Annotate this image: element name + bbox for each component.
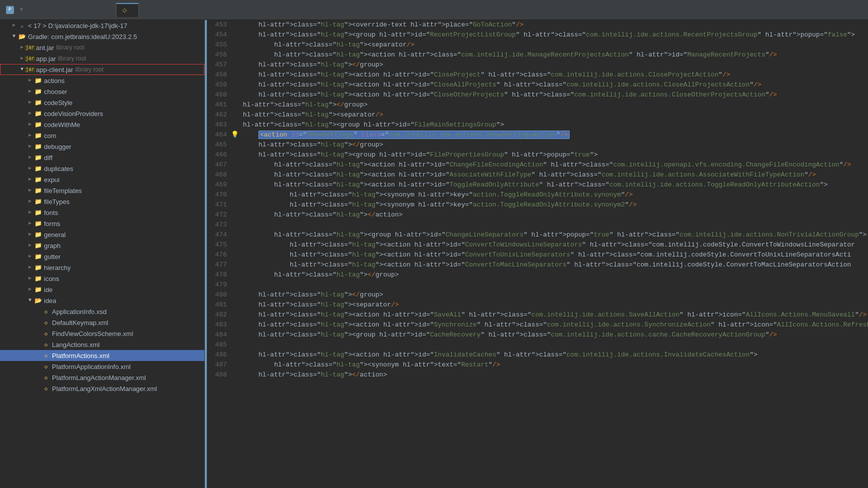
tree-item-com[interactable]: ▶📁com — [0, 130, 204, 141]
tree-item-gutter[interactable]: ▶📁gutter — [0, 251, 204, 262]
line-number-478: 478 — [209, 270, 227, 280]
code-line-488: hl-attr">class="hl-tag"></action> — [243, 370, 868, 380]
tree-item-chooser[interactable]: ▶📁chooser — [0, 86, 204, 97]
tree-label: idea — [44, 297, 56, 304]
tree-arrow[interactable]: ▶ — [26, 252, 34, 260]
tree-arrow[interactable]: ▶ — [10, 22, 18, 30]
tree-label: fileTemplates — [44, 187, 82, 194]
tree-arrow[interactable]: ▶ — [26, 198, 34, 206]
tree-arrow[interactable]: ▶ — [26, 242, 34, 250]
editor-content[interactable]: 4534544554564574584594604614624634644654… — [207, 20, 868, 488]
tree-item-actions[interactable]: ▶📁actions — [0, 75, 204, 86]
tree-label: general — [44, 231, 65, 238]
tree-arrow[interactable]: ▶ — [26, 230, 34, 238]
tree-item-PlatformLangXmlActionManager[interactable]: ◇PlatformLangXmlActionManager.xml — [0, 383, 204, 394]
tree-item-DefaultKeymap[interactable]: ◇DefaultKeymap.xml — [0, 317, 204, 328]
tree-item-PlatformApplicationInfo[interactable]: ◇PlatformApplicationInfo.xml — [0, 361, 204, 372]
line-number-475: 475 — [209, 240, 227, 250]
code-line-484: hl-attr">class="hl-tag"><group hl-attr">… — [243, 330, 868, 340]
tree-icon-xml: ◇ — [42, 384, 50, 392]
line-number-459: 459 — [209, 80, 227, 90]
tree-arrow[interactable]: ▶ — [26, 98, 34, 106]
tree-item-LangActions[interactable]: ◇LangActions.xml — [0, 339, 204, 350]
tree-icon-folder: 📁 — [34, 198, 42, 206]
code-line-463: hl-attr">class="hl-tag"><group hl-attr">… — [243, 120, 868, 130]
tree-item-ide[interactable]: ▶📁ide — [0, 284, 204, 295]
tree-arrow[interactable]: ▶ — [26, 274, 34, 282]
tree-item-duplicates[interactable]: ▶📁duplicates — [0, 163, 204, 174]
tree-item-gradle[interactable]: ▼📂Gradle: com.jetbrains:idealU:2023.2.5 — [0, 31, 204, 42]
tree-arrow[interactable]: ▶ — [26, 186, 34, 194]
tree-item-debugger[interactable]: ▶📁debugger — [0, 141, 204, 152]
tree-item-fileTypes[interactable]: ▶📁fileTypes — [0, 196, 204, 207]
code-line-476: hl-attr">class="hl-tag"><action hl-attr"… — [243, 250, 868, 260]
tree-arrow[interactable]: ▶ — [26, 220, 34, 228]
tree-arrow[interactable]: ▶ — [26, 154, 34, 162]
tree-item-graph[interactable]: ▶📁graph — [0, 240, 204, 251]
tree-arrow[interactable]: ▶ — [26, 120, 34, 128]
tree-label: fonts — [44, 209, 58, 216]
tree-item-app-jar[interactable]: ▶jarapp.jarlibrary root — [0, 53, 204, 64]
tree-arrow[interactable]: ▶ — [26, 208, 34, 216]
tree-label: LangActions.xml — [52, 341, 99, 348]
tree-arrow[interactable]: ▶ — [26, 76, 34, 84]
code-line-456: hl-attr">class="hl-tag"><action hl-attr"… — [243, 50, 868, 60]
tree-item-fileTemplates[interactable]: ▶📁fileTemplates — [0, 185, 204, 196]
tree-item-PlatformLangActionManager[interactable]: ◇PlatformLangActionManager.xml — [0, 372, 204, 383]
line-number-458: 458 — [209, 70, 227, 80]
line-number-464: 464 — [209, 130, 227, 140]
tree-arrow[interactable]: ▶ — [26, 132, 34, 140]
tree-arrow[interactable]: ▼ — [10, 32, 18, 40]
tree-item-forms[interactable]: ▶📁forms — [0, 218, 204, 229]
tree-arrow[interactable]: ▼ — [26, 296, 34, 304]
tree-arrow[interactable]: ▶ — [26, 88, 34, 96]
tree-icon-folder: 📁 — [34, 286, 42, 294]
code-area[interactable]: hl-attr">class="hl-tag"><override-text h… — [239, 20, 868, 488]
tree-label: duplicates — [44, 165, 73, 172]
code-line-459: hl-attr">class="hl-tag"><action hl-attr"… — [243, 80, 868, 90]
tree-arrow[interactable]: ▶ — [26, 286, 34, 294]
project-tree[interactable]: ▶☕< 17 > D:\java\oracle-jdk-17\jdk-17▼📂G… — [0, 20, 205, 488]
tree-item-diff[interactable]: ▶📁diff — [0, 152, 204, 163]
tree-item-app-client-jar[interactable]: ▼jarapp-client.jarlibrary root — [0, 64, 204, 75]
tree-item-general[interactable]: ▶📁general — [0, 229, 204, 240]
tree-item-icons[interactable]: ▶📁icons — [0, 273, 204, 284]
tree-label: ApplicationInfo.xsd — [52, 308, 106, 316]
tree-icon-folder: 📁 — [34, 230, 42, 238]
line-number-483: 483 — [209, 320, 227, 330]
tree-arrow[interactable]: ▶ — [26, 110, 34, 118]
title-bar: P ▼ ◇ — [0, 0, 868, 20]
tree-icon-jar: jar — [26, 54, 34, 62]
editor-pane: 4534544554564574584594604614624634644654… — [207, 20, 868, 488]
tree-arrow[interactable]: ▶ — [26, 176, 34, 184]
gutter-marker-line464: 💡 — [231, 130, 239, 140]
tree-arrow[interactable]: ▶ — [26, 142, 34, 150]
tree-label: graph — [44, 242, 60, 250]
line-number-474: 474 — [209, 230, 227, 240]
tree-item-fonts[interactable]: ▶📁fonts — [0, 207, 204, 218]
tree-label: gutter — [44, 253, 60, 260]
tree-label: app.jar — [36, 55, 56, 62]
project-dropdown-icon[interactable]: ▼ — [20, 7, 23, 12]
code-line-480: hl-attr">class="hl-tag"></group> — [243, 290, 868, 300]
tree-arrow[interactable]: ▶ — [26, 164, 34, 172]
tree-item-ApplicationInfo[interactable]: ◇ApplicationInfo.xsd — [0, 306, 204, 317]
code-line-472: hl-attr">class="hl-tag"></action> — [243, 210, 868, 220]
tree-label: expui — [44, 176, 59, 184]
tree-item-FindViewColorsScheme[interactable]: ◇FindViewColorsScheme.xml — [0, 328, 204, 339]
line-number-454: 454 — [209, 30, 227, 40]
tree-item-idea[interactable]: ▼📂idea — [0, 295, 204, 306]
code-line-485 — [243, 340, 868, 350]
tree-item-codeStyle[interactable]: ▶📁codeStyle — [0, 97, 204, 108]
tree-label: FindViewColorsScheme.xml — [52, 330, 133, 338]
tree-item-codeVisionProviders[interactable]: ▶📁codeVisionProviders — [0, 108, 204, 119]
tree-item-PlatformActions[interactable]: ◇PlatformActions.xml — [0, 350, 204, 361]
tree-item-jdk[interactable]: ▶☕< 17 > D:\java\oracle-jdk-17\jdk-17 — [0, 20, 204, 31]
tree-item-codeWithMe[interactable]: ▶📁codeWithMe — [0, 119, 204, 130]
tab-platform-actions[interactable]: ◇ — [116, 3, 139, 17]
line-number-473: 473 — [209, 220, 227, 230]
tree-item-hierarchy[interactable]: ▶📁hierarchy — [0, 262, 204, 273]
tree-arrow[interactable]: ▶ — [26, 264, 34, 272]
tree-item-ant-jar[interactable]: ▶jarant.jarlibrary root — [0, 42, 204, 53]
tree-item-expui[interactable]: ▶📁expui — [0, 174, 204, 185]
